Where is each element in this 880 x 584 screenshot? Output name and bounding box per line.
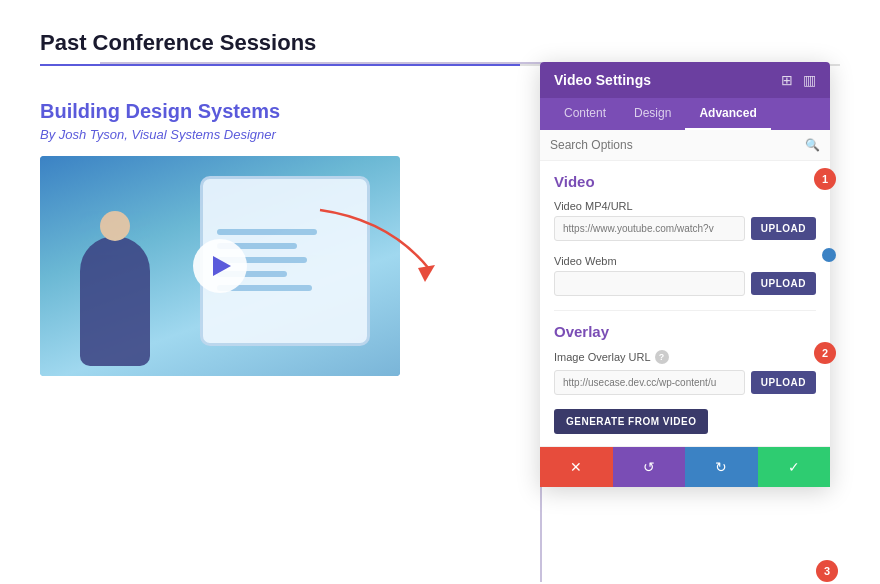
play-button[interactable] (193, 239, 247, 293)
video-mp4-label: Video MP4/URL (554, 200, 816, 212)
cancel-button[interactable]: ✕ (540, 447, 613, 487)
video-section-title: Video (554, 173, 816, 190)
video-mp4-row: UPLOAD (554, 216, 816, 241)
tab-content[interactable]: Content (550, 98, 620, 130)
redo-icon: ↻ (715, 459, 727, 475)
overlay-url-row: UPLOAD (554, 370, 816, 395)
image-overlay-label-row: Image Overlay URL ? (554, 350, 816, 364)
panel-icon-layout[interactable]: ▥ (803, 72, 816, 88)
confirm-icon: ✓ (788, 459, 800, 475)
undo-icon: ↺ (643, 459, 655, 475)
panel-header-icons: ⊞ ▥ (781, 72, 816, 88)
panel-footer: ✕ ↺ ↻ ✓ (540, 446, 830, 487)
cancel-icon: ✕ (570, 459, 582, 475)
section-divider (554, 310, 816, 311)
play-icon (213, 256, 231, 276)
overlay-section: Overlay Image Overlay URL ? UPLOAD GENER… (554, 323, 816, 434)
video-webm-label: Video Webm (554, 255, 816, 267)
redo-button[interactable]: ↻ (685, 447, 758, 487)
illustration-figure (80, 236, 150, 366)
panel-top-border (100, 62, 542, 64)
tab-advanced[interactable]: Advanced (685, 98, 770, 130)
subtitle-prefix: By (40, 127, 59, 142)
overlay-url-input[interactable] (554, 370, 745, 395)
page-title: Past Conference Sessions (40, 30, 840, 56)
tab-design[interactable]: Design (620, 98, 685, 130)
card-title: Building Design Systems (40, 100, 430, 123)
upload-mp4-button[interactable]: UPLOAD (751, 217, 816, 240)
help-icon[interactable]: ? (655, 350, 669, 364)
svg-marker-0 (418, 265, 435, 282)
red-arrow (310, 200, 450, 294)
undo-button[interactable]: ↺ (613, 447, 686, 487)
video-mp4-input[interactable] (554, 216, 745, 241)
generate-from-video-button[interactable]: GENERATE FROM VIDEO (554, 409, 708, 434)
panel-tabs: Content Design Advanced (540, 98, 830, 130)
upload-webm-button[interactable]: UPLOAD (751, 272, 816, 295)
generate-btn-row: GENERATE FROM VIDEO (554, 409, 816, 434)
card-author: Josh Tyson (59, 127, 125, 142)
line-1 (217, 229, 317, 235)
image-overlay-label: Image Overlay URL (554, 351, 651, 363)
badge-1: 1 (814, 168, 836, 190)
blue-indicator-dot (822, 248, 836, 262)
confirm-button[interactable]: ✓ (758, 447, 831, 487)
video-webm-row: UPLOAD (554, 271, 816, 296)
panel-body: Video Video MP4/URL UPLOAD Video Webm UP… (540, 161, 830, 446)
badge-3: 3 (816, 560, 838, 582)
upload-overlay-button[interactable]: UPLOAD (751, 371, 816, 394)
video-settings-panel: Video Settings ⊞ ▥ Content Design Advanc… (540, 62, 830, 487)
search-input[interactable] (550, 138, 805, 152)
video-webm-input[interactable] (554, 271, 745, 296)
panel-icon-grid[interactable]: ⊞ (781, 72, 793, 88)
overlay-section-title: Overlay (554, 323, 816, 340)
panel-header: Video Settings ⊞ ▥ (540, 62, 830, 98)
panel-title: Video Settings (554, 72, 651, 88)
badge-2: 2 (814, 342, 836, 364)
author-suffix: , Visual Systems Designer (124, 127, 276, 142)
search-icon: 🔍 (805, 138, 820, 152)
card-subtitle: By Josh Tyson, Visual Systems Designer (40, 127, 430, 142)
panel-search-bar: 🔍 (540, 130, 830, 161)
